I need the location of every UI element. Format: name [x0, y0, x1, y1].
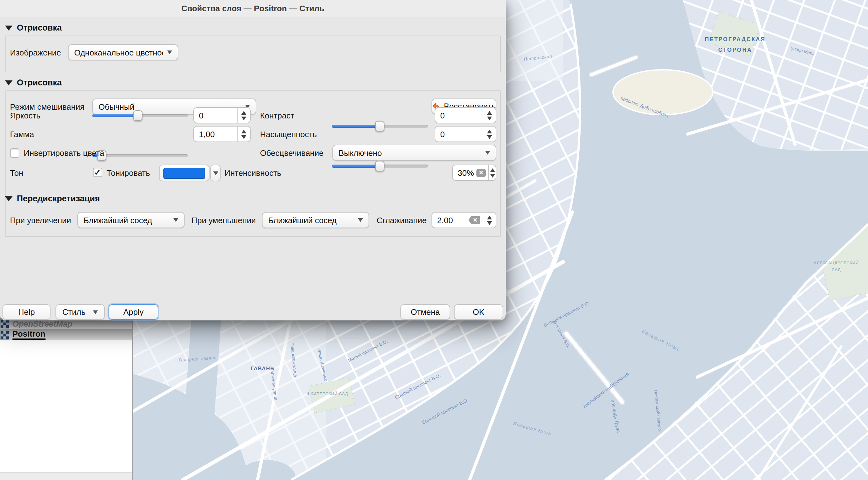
brightness-spinbox[interactable]: 0	[193, 107, 251, 123]
section-band-rendering-header[interactable]: Отрисовка	[5, 23, 62, 32]
layer-properties-dialog: Свойства слоя — Positron — Стиль Отрисов…	[0, 0, 506, 320]
spin-up-icon[interactable]	[487, 129, 492, 133]
slider-handle[interactable]	[375, 161, 384, 171]
cancel-button[interactable]: Отмена	[400, 304, 450, 320]
invert-colors-checkbox[interactable]: ✓	[10, 148, 19, 158]
clear-value-icon[interactable]: ✕	[468, 216, 480, 224]
brightness-value: 0	[194, 110, 237, 120]
gamma-label: Гамма	[10, 126, 34, 142]
screen: ПЕТРОГРАДСКАЯСТОРОНАпроспект Добролюбова…	[0, 0, 868, 480]
strength-value: 30% ✕	[453, 168, 488, 178]
spin-down-icon[interactable]	[241, 116, 246, 120]
spin-up-icon[interactable]	[241, 110, 246, 115]
chevron-down-icon	[93, 310, 98, 314]
chevron-down-icon	[485, 151, 490, 155]
strength-label: Интенсивность	[224, 165, 281, 181]
zoom-out-combo[interactable]: Ближайший сосед	[262, 212, 369, 228]
spin-buttons[interactable]	[237, 108, 250, 123]
section-title: Передискретизация	[17, 194, 100, 203]
layer-item-positron[interactable]: Positron	[0, 329, 132, 340]
map-label: ПЕТРОГРАДСКАЯ	[705, 36, 766, 42]
oversampling-label: Сглаживание	[377, 212, 427, 228]
chevron-down-icon	[213, 171, 218, 175]
spin-down-icon[interactable]	[487, 116, 492, 120]
zoom-out-label: При уменьшении	[191, 212, 256, 228]
colorize-checkbox[interactable]: ✓	[93, 168, 102, 177]
map-label: СТОРОНА	[718, 47, 752, 53]
invert-colors-label[interactable]: Инвертировать цвета	[24, 145, 104, 161]
saturation-label: Насыщенность	[260, 126, 317, 142]
apply-button-label: Apply	[123, 307, 144, 317]
ok-button[interactable]: OK	[454, 304, 503, 320]
contrast-spinbox[interactable]: 0	[435, 107, 496, 123]
brightness-slider[interactable]	[92, 110, 188, 121]
apply-button[interactable]: Apply	[108, 304, 158, 320]
spin-up-icon[interactable]	[487, 110, 492, 115]
spin-up-icon[interactable]	[487, 215, 492, 219]
saturation-value: 0	[435, 129, 483, 139]
collapse-triangle-icon	[5, 80, 12, 85]
layers-panel-scrollbar[interactable]	[0, 472, 132, 480]
colorize-color-dropdown[interactable]	[210, 165, 221, 182]
spin-buttons[interactable]	[237, 127, 250, 141]
oversampling-value: 2,00 ✕	[432, 215, 483, 225]
contrast-label: Контраст	[260, 107, 294, 123]
spin-buttons[interactable]	[483, 108, 496, 123]
chevron-down-icon	[167, 51, 172, 54]
slider-handle[interactable]	[133, 110, 143, 121]
grayscale-value: Выключено	[339, 148, 482, 157]
zoom-out-value: Ближайший сосед	[268, 215, 354, 225]
contrast-value: 0	[435, 110, 483, 120]
slider-handle[interactable]	[375, 121, 384, 131]
dialog-titlebar: Свойства слоя — Positron — Стиль	[0, 0, 506, 17]
raster-layer-icon	[1, 331, 9, 339]
map-label: АЛЕКСАНДРОВСКИЙ	[814, 261, 859, 265]
layer-label[interactable]: Positron	[12, 330, 45, 340]
spin-buttons[interactable]	[483, 127, 496, 141]
section-title: Отрисовка	[17, 78, 62, 87]
spin-down-icon[interactable]	[490, 173, 495, 178]
brightness-label: Яркость	[10, 107, 40, 123]
style-menu-button[interactable]: Стиль	[56, 304, 105, 320]
grayscale-combo[interactable]: Выключено	[332, 145, 496, 161]
spin-up-icon[interactable]	[241, 129, 246, 133]
image-label: Изображение	[10, 44, 61, 61]
collapse-triangle-icon	[5, 25, 12, 30]
gamma-slider[interactable]	[92, 150, 188, 161]
oversampling-spinbox[interactable]: 2,00 ✕	[432, 212, 496, 228]
saturation-slider[interactable]	[332, 161, 428, 171]
clear-value-icon[interactable]: ✕	[476, 169, 486, 177]
chevron-down-icon	[358, 218, 363, 222]
zoom-in-combo[interactable]: Ближайший сосед	[77, 212, 185, 228]
help-button[interactable]: Help	[2, 304, 51, 320]
color-swatch	[163, 167, 205, 179]
raster-layer-icon	[1, 319, 9, 328]
hue-label: Тон	[10, 165, 23, 181]
ok-button-label: OK	[473, 307, 485, 317]
strength-spinbox[interactable]: 30% ✕	[452, 165, 496, 181]
section-resampling-header[interactable]: Передискретизация	[5, 194, 100, 203]
section-title: Отрисовка	[17, 23, 62, 32]
zoom-in-label: При увеличении	[10, 212, 71, 228]
spin-down-icon[interactable]	[487, 221, 492, 225]
colorize-label[interactable]: Тонировать	[106, 165, 150, 181]
chevron-down-icon	[173, 218, 178, 222]
saturation-spinbox[interactable]: 0	[435, 126, 496, 142]
spin-buttons[interactable]	[483, 213, 496, 227]
section-color-rendering-header[interactable]: Отрисовка	[5, 78, 62, 87]
image-type-combo[interactable]: Одноканальное цветное	[68, 44, 178, 61]
gamma-spinbox[interactable]: 1,00	[193, 126, 251, 142]
contrast-slider[interactable]	[332, 121, 428, 131]
spin-buttons[interactable]	[488, 165, 496, 180]
colorize-color-button[interactable]	[159, 165, 210, 182]
spin-up-icon[interactable]	[490, 168, 495, 172]
dialog-title: Свойства слоя — Positron — Стиль	[182, 4, 324, 13]
image-type-value: Одноканальное цветное	[74, 48, 163, 57]
fortress-island	[613, 70, 713, 115]
style-button-label: Стиль	[62, 307, 86, 317]
spin-down-icon[interactable]	[241, 135, 246, 139]
cancel-button-label: Отмена	[411, 307, 440, 317]
spin-down-icon[interactable]	[487, 135, 492, 139]
zoom-in-value: Ближайший сосед	[84, 215, 169, 225]
map-label: ШКИПЕРСКИЙ САД	[307, 391, 348, 396]
